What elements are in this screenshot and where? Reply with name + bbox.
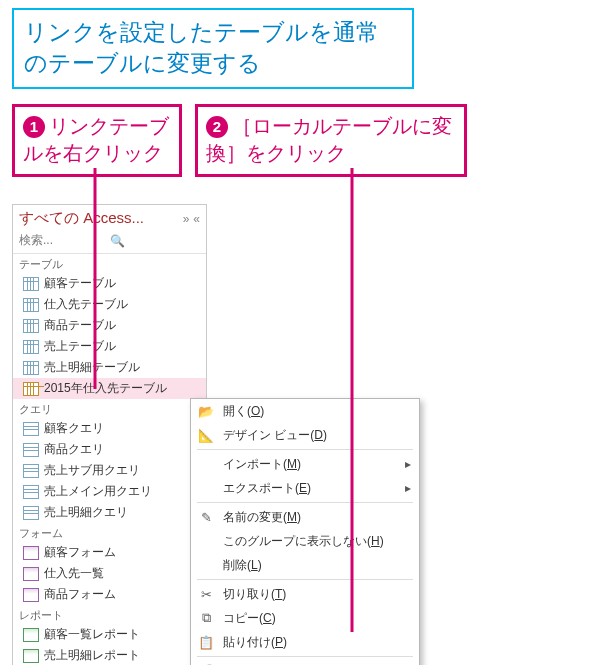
list-item-label: 仕入先テーブル [44,296,128,313]
list-item-label: 2015年仕入先テーブル [44,380,167,397]
collapse-icon[interactable]: « [193,212,200,226]
menu-label: 貼り付け( [223,635,275,649]
linked-table-icon [23,382,39,396]
list-item-label: 売上明細レポート [44,647,140,664]
form-icon [23,588,39,602]
list-item-label: 売上テーブル [44,338,116,355]
menu-paste[interactable]: 📋貼り付け(P) [191,630,419,654]
menu-label: 開く( [223,404,251,418]
table-icon [23,361,39,375]
menu-separator [197,502,413,503]
search-icon: 🔍 [110,234,201,248]
menu-mnemonic: O [251,404,260,418]
table-row[interactable]: 売上明細テーブル [13,357,206,378]
report-icon [23,649,39,663]
instruction-text: リンクを設定したテーブルを通常のテーブルに変更する [24,19,379,76]
section-queries[interactable]: クエリ [13,399,206,418]
list-item-label: 顧客一覧レポート [44,626,140,643]
menu-linked-table-manager[interactable]: 🔗リンク テーブル マネージャー(K) [191,659,419,665]
list-item-label: 商品クエリ [44,441,104,458]
nav-search[interactable]: 検索... 🔍 [13,230,206,254]
menu-mnemonic: E [299,481,307,495]
query-icon [23,485,39,499]
rename-icon: ✎ [197,510,215,525]
table-icon [23,298,39,312]
query-row[interactable]: 売上サブ用クエリ [13,460,206,481]
report-icon [23,628,39,642]
design-icon: 📐 [197,428,215,443]
report-row[interactable]: 顧客一覧レポート [13,624,206,645]
list-item-label: 商品フォーム [44,586,116,603]
menu-label-end: ) [258,558,262,572]
list-item-label: 売上メイン用クエリ [44,483,152,500]
menu-hide-in-group[interactable]: このグループに表示しない(H) [191,529,419,553]
instruction-box: リンクを設定したテーブルを通常のテーブルに変更する [12,8,414,89]
section-forms[interactable]: フォーム [13,523,206,542]
menu-label: デザイン ビュー( [223,428,314,442]
menu-mnemonic: P [275,635,283,649]
table-row[interactable]: 仕入先テーブル [13,294,206,315]
menu-open[interactable]: 📂開く(O) [191,399,419,423]
table-icon [23,319,39,333]
step2-callout: 2［ローカルテーブルに変換］をクリック [195,104,467,177]
menu-mnemonic: M [287,457,297,471]
form-icon [23,567,39,581]
menu-separator [197,449,413,450]
list-item-label: 顧客クエリ [44,420,104,437]
menu-label-end: ) [307,481,311,495]
form-icon [23,546,39,560]
menu-label-end: ) [297,457,301,471]
menu-cut[interactable]: ✂切り取り(T) [191,582,419,606]
cut-icon: ✂ [197,587,215,602]
query-row[interactable]: 売上明細クエリ [13,502,206,523]
query-row[interactable]: 商品クエリ [13,439,206,460]
submenu-icon: ▸ [405,481,411,495]
menu-label-end: ) [260,404,264,418]
copy-icon: ⧉ [197,610,215,626]
menu-label: コピー( [223,611,263,625]
step1-text: リンクテーブルを右クリック [23,115,169,164]
table-row[interactable]: 顧客テーブル [13,273,206,294]
menu-export[interactable]: エクスポート(E)▸ [191,476,419,500]
form-row[interactable]: 商品フォーム [13,584,206,605]
table-row[interactable]: 商品テーブル [13,315,206,336]
menu-label: インポート( [223,457,287,471]
list-item-label: 商品テーブル [44,317,116,334]
form-row[interactable]: 顧客フォーム [13,542,206,563]
list-item-label: 顧客フォーム [44,544,116,561]
menu-mnemonic: L [251,558,258,572]
menu-delete[interactable]: 削除(L) [191,553,419,577]
menu-import[interactable]: インポート(M)▸ [191,452,419,476]
menu-separator [197,656,413,657]
form-row[interactable]: 仕入先一覧 [13,563,206,584]
menu-label-end: ) [283,635,287,649]
menu-design-view[interactable]: 📐デザイン ビュー(D) [191,423,419,447]
list-item-label: 売上明細クエリ [44,504,128,521]
menu-mnemonic: D [314,428,323,442]
menu-label-end: ) [380,534,384,548]
step1-callout: 1リンクテーブルを右クリック [12,104,182,177]
query-row[interactable]: 顧客クエリ [13,418,206,439]
query-row[interactable]: 売上メイン用クエリ [13,481,206,502]
menu-label-end: ) [297,510,301,524]
open-icon: 📂 [197,404,215,419]
submenu-icon: ▸ [405,457,411,471]
paste-icon: 📋 [197,635,215,650]
navigation-header[interactable]: すべての Access... » « [13,205,206,230]
query-icon [23,464,39,478]
table-row-selected[interactable]: 2015年仕入先テーブル [13,378,206,399]
section-tables[interactable]: テーブル [13,254,206,273]
list-item-label: 仕入先一覧 [44,565,104,582]
step2-text: ［ローカルテーブルに変換］をクリック [206,115,452,164]
menu-separator [197,579,413,580]
table-row[interactable]: 売上テーブル [13,336,206,357]
menu-label-end: ) [323,428,327,442]
menu-rename[interactable]: ✎名前の変更(M) [191,505,419,529]
menu-label: エクスポート( [223,481,299,495]
report-row[interactable]: 売上明細レポート [13,645,206,665]
menu-copy[interactable]: ⧉コピー(C) [191,606,419,630]
chevron-down-icon[interactable]: » [183,212,190,226]
navigation-pane: すべての Access... » « 検索... 🔍 テーブル 顧客テーブル 仕… [12,204,207,665]
section-reports[interactable]: レポート [13,605,206,624]
step2-number: 2 [206,116,228,138]
